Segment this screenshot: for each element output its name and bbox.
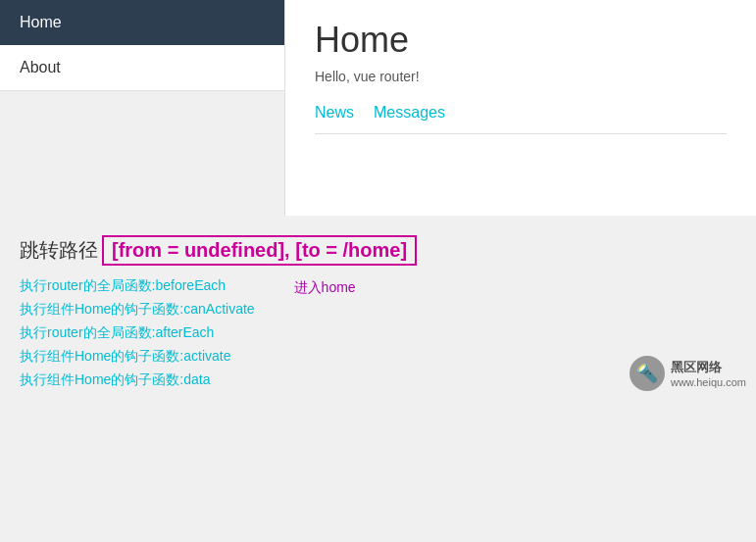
sidebar-home-label: Home — [20, 14, 62, 30]
route-value: [from = undefined], [to = /home] — [102, 235, 417, 266]
sidebar-item-about[interactable]: About — [0, 45, 284, 91]
watermark-url: www.heiqu.com — [671, 376, 746, 388]
nav-tabs: News Messages — [315, 104, 727, 134]
bottom-section: 跳转路径 [from = undefined], [to = /home] 执行… — [0, 216, 756, 399]
tab-news[interactable]: News — [315, 104, 354, 125]
watermark-name: 黑区网络 — [671, 359, 746, 376]
sidebar-about-label: About — [20, 59, 61, 75]
log-column-right: 进入home — [294, 277, 356, 389]
main-content: Home Hello, vue router! News Messages — [285, 0, 756, 216]
log-column-left: 执行router的全局函数:beforeEach 执行组件Home的钩子函数:c… — [20, 277, 255, 389]
tab-messages[interactable]: Messages — [374, 104, 445, 125]
watermark-icon: 🔦 — [630, 356, 665, 391]
watermark-text: 黑区网络 www.heiqu.com — [671, 359, 746, 388]
log-line-5: 执行组件Home的钩子函数:data — [20, 371, 255, 389]
page-subtitle: Hello, vue router! — [315, 69, 727, 84]
log-line-2: 执行组件Home的钩子函数:canActivate — [20, 301, 255, 319]
sidebar: Home About — [0, 0, 284, 216]
watermark-symbol: 🔦 — [636, 363, 658, 384]
sidebar-item-home[interactable]: Home — [0, 0, 284, 45]
page-title: Home — [315, 20, 727, 61]
log-right-1: 进入home — [294, 279, 356, 297]
route-info-row: 跳转路径 [from = undefined], [to = /home] — [20, 235, 736, 266]
log-line-4: 执行组件Home的钩子函数:activate — [20, 348, 255, 366]
watermark: 🔦 黑区网络 www.heiqu.com — [630, 356, 746, 391]
route-label: 跳转路径 — [20, 237, 98, 264]
log-line-1: 执行router的全局函数:beforeEach — [20, 277, 255, 295]
log-line-3: 执行router的全局函数:afterEach — [20, 324, 255, 342]
